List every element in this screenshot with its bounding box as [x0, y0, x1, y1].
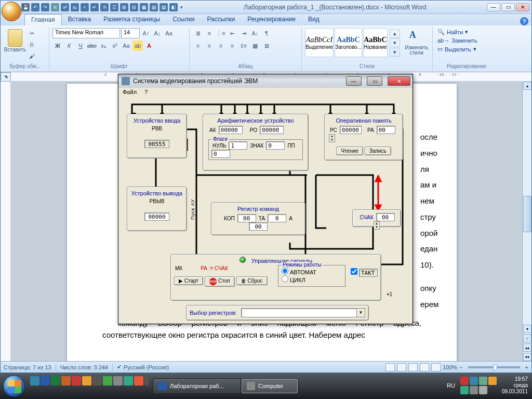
superscript-button[interactable]: x² — [110, 41, 120, 51]
tray-icon[interactable] — [488, 377, 497, 385]
close-button[interactable]: ✕ — [516, 3, 529, 11]
replace-button[interactable]: ab→Заменить — [436, 37, 497, 44]
ro-field[interactable]: 00000 — [260, 126, 284, 134]
ql-icon[interactable] — [30, 376, 39, 385]
numbering-icon[interactable]: ≡ — [204, 28, 215, 38]
status-page[interactable]: Страница: 7 из 13 — [4, 364, 51, 370]
view-web-icon[interactable] — [408, 363, 418, 371]
start-button[interactable] — [3, 375, 25, 397]
qat-icon[interactable]: + — [81, 3, 89, 11]
vertical-ruler[interactable] — [1, 82, 11, 361]
sim-menu-file[interactable]: Файл — [123, 89, 137, 95]
ql-utorrent-icon[interactable] — [124, 376, 133, 385]
font-size-combo[interactable]: 14 — [121, 28, 140, 38]
indent-dec-icon[interactable]: ⇤ — [227, 28, 237, 38]
mode-auto-radio[interactable] — [282, 268, 288, 274]
ql-icon[interactable] — [72, 376, 81, 385]
rs-field[interactable]: 00000 — [340, 126, 362, 134]
dropdown-arrow-icon[interactable]: ▼ — [356, 309, 365, 317]
qat-icon[interactable]: x² — [61, 3, 69, 11]
view-full-screen-icon[interactable] — [397, 363, 406, 371]
style-item[interactable]: AaBbC Заголово... — [335, 28, 362, 57]
ruler-corner[interactable]: ◥ — [1, 72, 11, 82]
qat-icon[interactable]: ↵ — [90, 3, 99, 11]
view-draft-icon[interactable] — [431, 363, 441, 371]
tray-icon[interactable] — [479, 377, 487, 385]
taskbar-item-computer[interactable]: Computer — [241, 378, 298, 394]
underline-button[interactable]: Ч — [75, 41, 86, 51]
scroll-up-icon[interactable]: ▴ — [523, 82, 531, 90]
align-left-icon[interactable]: ≡ — [193, 41, 203, 51]
vertical-scrollbar[interactable]: ▴ ▾ ○ ▴▴ ▾▾ — [522, 82, 531, 361]
tab-review[interactable]: Рецензирование — [241, 14, 302, 25]
align-center-icon[interactable]: ≡ — [204, 41, 215, 51]
change-case-button[interactable]: Aa — [121, 41, 131, 51]
tab-references[interactable]: Ссылки — [166, 14, 201, 25]
clear-format-icon[interactable]: Aa — [164, 28, 174, 38]
ql-expand-icon[interactable] — [144, 376, 149, 385]
sim-menu-help[interactable]: ? — [144, 89, 148, 95]
styles-down-icon[interactable]: ▾ — [390, 38, 400, 47]
minimize-button[interactable]: — — [487, 3, 500, 11]
style-item[interactable]: AaBbC Название — [363, 28, 388, 57]
strike-button[interactable]: abe — [87, 41, 97, 51]
ta-field[interactable]: 0 — [268, 214, 286, 222]
ql-ppt-icon[interactable] — [61, 376, 71, 385]
tab-home[interactable]: Главная — [24, 14, 62, 25]
ql-icon[interactable] — [82, 376, 91, 385]
sim-titlebar[interactable]: Система моделирования простейшей ЭВМ — ▭… — [118, 74, 413, 88]
grow-font-icon[interactable]: A↑ — [141, 28, 151, 38]
paste-button[interactable]: Вставить — [5, 29, 25, 60]
show-marks-icon[interactable]: ¶ — [261, 28, 272, 38]
mode-cycle-radio[interactable] — [282, 275, 288, 282]
qat-icon[interactable]: π — [51, 3, 59, 11]
spellcheck-icon[interactable]: ✔ — [117, 364, 122, 370]
subscript-button[interactable]: x₂ — [98, 41, 109, 51]
ak-field[interactable]: 00000 — [219, 126, 243, 134]
qat-icon[interactable]: x₂ — [71, 3, 79, 11]
font-color-button[interactable]: A — [144, 41, 154, 51]
view-outline-icon[interactable] — [420, 363, 429, 371]
ql-icon[interactable] — [113, 376, 123, 385]
zoom-level[interactable]: 100% — [443, 364, 457, 370]
copy-icon[interactable]: ⎘ — [26, 39, 37, 50]
office-button[interactable] — [2, 2, 21, 21]
shading-icon[interactable]: ▦ — [250, 41, 260, 51]
indent-inc-icon[interactable]: ⇥ — [238, 28, 249, 38]
start-button[interactable]: ▶ Старт — [174, 276, 203, 285]
clock[interactable]: 19:57 среда 09.03.2011 — [502, 376, 528, 395]
maximize-button[interactable]: ▭ — [501, 3, 515, 11]
font-name-combo[interactable]: Times New Roman — [52, 28, 120, 38]
write-button[interactable]: Запись — [365, 147, 391, 155]
qat-dropdown-icon[interactable]: ▾ — [179, 3, 183, 11]
scroll-thumb[interactable] — [523, 196, 531, 232]
borders-icon[interactable]: ⊞ — [261, 41, 272, 51]
view-print-layout-icon[interactable] — [385, 363, 395, 371]
multilevel-icon[interactable]: ⋮≡ — [216, 28, 226, 38]
read-button[interactable]: Чтение — [336, 147, 363, 155]
bold-button[interactable]: Ж — [52, 41, 63, 51]
ra-spinner[interactable]: ▲▼ — [329, 134, 335, 142]
format-painter-icon[interactable]: 🖌 — [26, 51, 37, 61]
tray-icon[interactable] — [479, 386, 487, 394]
tab-mailings[interactable]: Рассылки — [201, 14, 241, 25]
ql-firefox-icon[interactable] — [134, 376, 143, 385]
rvv-field[interactable]: 00555 — [144, 140, 169, 148]
status-language[interactable]: Русский (Россия) — [124, 364, 169, 370]
tray-icon[interactable] — [470, 377, 478, 385]
sim-minimize-button[interactable]: — — [346, 76, 362, 86]
qat-redo-icon[interactable]: ↷ — [41, 3, 49, 11]
znak-field[interactable]: 0 — [266, 141, 285, 150]
takt-checkbox[interactable] — [351, 268, 357, 275]
language-indicator[interactable]: RU — [444, 382, 458, 389]
regsel-dropdown[interactable]: ▼ — [241, 308, 365, 317]
sim-maximize-button[interactable]: ▭ — [367, 76, 382, 86]
zoom-out-icon[interactable]: − — [459, 364, 462, 370]
stop-button[interactable]: STOPСтоп — [205, 276, 235, 287]
nul-field[interactable]: 1 — [229, 141, 247, 150]
reset-button[interactable]: 🗑 Сброс — [236, 276, 268, 285]
next-page-icon[interactable]: ▾▾ — [523, 353, 531, 361]
qat-icon[interactable]: ⊞ — [120, 3, 128, 11]
qat-icon[interactable]: ⎘ — [100, 3, 109, 11]
ql-icon[interactable] — [92, 376, 102, 385]
